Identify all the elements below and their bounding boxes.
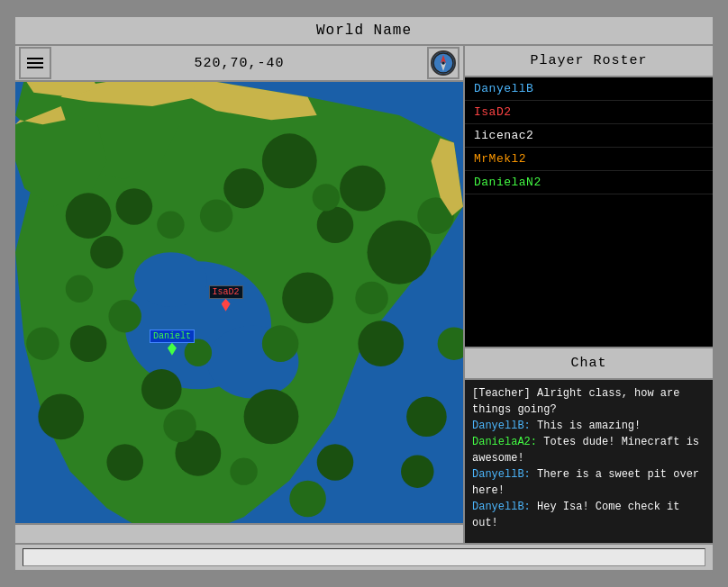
- svg-point-43: [26, 327, 59, 360]
- svg-point-31: [406, 396, 447, 437]
- svg-point-45: [230, 457, 257, 484]
- svg-point-23: [282, 273, 333, 324]
- svg-point-36: [313, 184, 340, 211]
- map-panel: 520,70,-40: [15, 46, 465, 543]
- chat-msg-teacher-text: [Teacher] Alright class, how are things …: [472, 387, 679, 416]
- svg-point-42: [66, 275, 93, 303]
- player-marker-isad2: IsaD2: [209, 285, 243, 312]
- svg-point-28: [38, 393, 84, 439]
- menu-button[interactable]: [19, 47, 51, 79]
- player-dot-danielt: [168, 343, 177, 356]
- svg-point-41: [108, 300, 141, 333]
- svg-point-29: [106, 444, 143, 481]
- main-area: 520,70,-40: [15, 46, 713, 543]
- chat-message-5: DanyellB: Hey Isa! Come check it out!: [472, 499, 705, 531]
- chat-input[interactable]: [23, 548, 705, 566]
- window-title: World Name: [316, 23, 412, 39]
- svg-point-16: [116, 188, 153, 225]
- svg-point-22: [90, 236, 123, 269]
- right-panel: Player Roster DanyellB IsaD2 licenac2 Mr…: [465, 46, 713, 543]
- svg-point-39: [262, 325, 299, 362]
- svg-point-15: [66, 193, 112, 239]
- svg-point-44: [163, 410, 196, 443]
- svg-point-19: [368, 221, 432, 284]
- roster-header: Player Roster: [465, 46, 713, 77]
- svg-point-46: [289, 481, 326, 518]
- svg-point-26: [141, 369, 182, 410]
- roster-item-isad2[interactable]: IsaD2: [465, 101, 713, 124]
- player-roster: DanyellB IsaD2 licenac2 MrMekl2 DanielaN…: [465, 77, 713, 194]
- menu-line-2: [27, 62, 43, 64]
- svg-point-17: [262, 133, 317, 188]
- svg-point-34: [157, 212, 184, 239]
- chat-message-1: [Teacher] Alright class, how are things …: [472, 385, 705, 418]
- svg-point-35: [200, 199, 233, 232]
- svg-point-33: [317, 444, 354, 481]
- menu-line-1: [27, 58, 43, 59]
- coordinates-display: 520,70,-40: [55, 56, 423, 71]
- chat-msg-name-3: DanielaA2:: [472, 436, 537, 448]
- svg-point-24: [358, 321, 404, 366]
- svg-point-27: [70, 325, 107, 362]
- map-toolbar: 520,70,-40: [15, 46, 463, 82]
- chat-msg-text-2: This is amazing!: [531, 420, 641, 432]
- chat-message-2: DanyellB: This is amazing!: [472, 418, 705, 434]
- svg-point-38: [355, 282, 388, 315]
- chat-header: Chat: [465, 348, 713, 380]
- compass-button[interactable]: [427, 47, 460, 79]
- menu-line-3: [27, 67, 43, 68]
- svg-point-21: [223, 168, 264, 209]
- player-marker-danielt: Danielt: [150, 330, 195, 356]
- svg-point-18: [340, 166, 386, 212]
- roster-item-danyellb[interactable]: DanyellB: [465, 77, 713, 101]
- title-bar: World Name: [15, 17, 713, 46]
- chat-message-3: DanielaA2: Totes dude! Minecraft is awes…: [472, 434, 705, 466]
- svg-point-3: [442, 62, 445, 65]
- player-label-isad2: IsaD2: [209, 285, 243, 299]
- roster-item-licenac2[interactable]: licenac2: [465, 124, 713, 148]
- map-container[interactable]: IsaD2 Danielt: [15, 82, 463, 523]
- chat-message-4: DanyellB: There is a sweet pit over here…: [472, 466, 705, 499]
- compass-icon: [431, 50, 456, 76]
- chat-messages: [Teacher] Alright class, how are things …: [465, 380, 713, 543]
- roster-item-mrmekl2[interactable]: MrMekl2: [465, 148, 713, 171]
- svg-point-14: [134, 252, 207, 307]
- roster-item-danielan2[interactable]: DanielaN2: [465, 171, 713, 194]
- map-bottom-bar: [15, 523, 463, 543]
- svg-point-32: [401, 455, 434, 488]
- svg-point-25: [244, 389, 299, 444]
- player-dot-isad2: [222, 299, 231, 312]
- bottom-bar: [15, 543, 713, 570]
- chat-msg-name-4: DanyellB:: [472, 468, 531, 481]
- player-label-danielt: Danielt: [150, 330, 195, 343]
- chat-msg-name-5: DanyellB:: [472, 501, 531, 513]
- main-window: World Name 520,70,-40: [13, 14, 715, 573]
- chat-msg-name-2: DanyellB:: [472, 420, 531, 432]
- roster-spacer: [465, 194, 713, 348]
- svg-point-20: [317, 207, 354, 244]
